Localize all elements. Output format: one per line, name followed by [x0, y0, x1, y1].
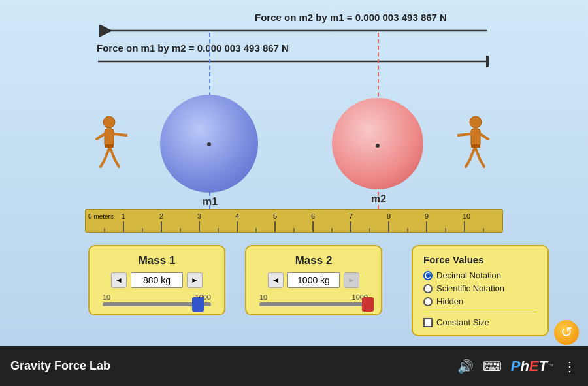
svg-line-18 — [470, 147, 475, 160]
radio-hidden-indicator — [423, 297, 433, 306]
ball-m2-center — [376, 144, 380, 148]
force-m2-label: Force on m2 by m1 = 0.000 003 493 867 N — [255, 12, 447, 23]
force-m1-label: Force on m1 by m2 = 0.000 003 493 867 N — [97, 42, 289, 54]
figure-left — [91, 114, 127, 173]
svg-rect-13 — [471, 129, 480, 147]
svg-line-4 — [114, 134, 127, 135]
ball-m1-center — [207, 142, 211, 146]
svg-text:3: 3 — [197, 212, 201, 220]
ball-m1-label: m1 — [203, 196, 218, 208]
svg-text:1: 1 — [122, 212, 125, 220]
svg-line-17 — [480, 160, 484, 167]
mass1-value-input[interactable] — [131, 272, 183, 288]
mass1-title: Mass 1 — [100, 254, 214, 267]
svg-line-15 — [480, 134, 488, 139]
radio-decimal[interactable]: Decimal Notation — [423, 270, 537, 280]
mass2-slider-thumb[interactable] — [362, 297, 374, 312]
svg-text:7: 7 — [349, 212, 353, 220]
force-m1-arrow — [97, 56, 489, 67]
svg-text:6: 6 — [311, 212, 315, 220]
radio-decimal-label: Decimal Notation — [436, 270, 501, 280]
force-m2-arrow — [97, 25, 489, 37]
svg-text:0 meters: 0 meters — [88, 213, 114, 220]
keyboard-icon[interactable]: ⌨ — [483, 359, 502, 374]
svg-line-8 — [110, 147, 115, 160]
svg-line-5 — [97, 134, 105, 139]
svg-rect-20 — [471, 144, 480, 148]
mass1-increase-btn[interactable]: ► — [187, 272, 203, 288]
bottom-bar: Gravity Force Lab 🔊 ⌨ P h E T ™ ⋮ — [0, 346, 588, 386]
mass1-panel: Mass 1 ◄ ► 10 1000 — [88, 245, 225, 315]
mass2-slider-container: 10 1000 — [257, 293, 370, 306]
svg-text:8: 8 — [387, 212, 391, 220]
figure-right — [457, 114, 493, 173]
radio-scientific-indicator — [423, 284, 433, 293]
radio-hidden[interactable]: Hidden — [423, 297, 537, 306]
svg-line-16 — [475, 147, 480, 160]
mass1-slider-container: 10 1000 — [100, 293, 214, 306]
app-title: Gravity Force Lab — [10, 359, 110, 373]
reset-button[interactable]: ↺ — [554, 320, 579, 345]
mass2-slider-min: 10 — [259, 293, 267, 301]
mass2-increase-btn[interactable]: ► — [344, 272, 359, 288]
radio-scientific-label: Scientific Notation — [436, 283, 504, 293]
mass1-slider-min: 10 — [103, 293, 110, 301]
phet-logo[interactable]: P h E T ™ — [511, 358, 554, 375]
svg-rect-10 — [105, 144, 114, 148]
radio-scientific[interactable]: Scientific Notation — [423, 283, 537, 293]
divider — [423, 312, 537, 312]
svg-text:2: 2 — [159, 212, 163, 220]
constant-size-label: Constant Size — [436, 317, 489, 327]
radio-decimal-indicator — [423, 271, 433, 280]
constant-size-option[interactable]: Constant Size — [423, 317, 537, 327]
svg-line-6 — [105, 147, 110, 160]
mass2-decrease-btn[interactable]: ◄ — [268, 272, 284, 288]
mass2-title: Mass 2 — [257, 254, 370, 267]
svg-text:9: 9 — [425, 212, 429, 220]
ruler: 0 meters 1 2 3 4 5 6 7 8 9 — [85, 209, 503, 233]
svg-line-7 — [101, 160, 105, 167]
more-options-icon[interactable]: ⋮ — [563, 359, 578, 374]
sound-icon[interactable]: 🔊 — [457, 359, 474, 374]
svg-point-2 — [103, 116, 115, 128]
reset-icon: ↺ — [561, 324, 572, 341]
mass2-value-input[interactable] — [287, 272, 340, 288]
mass1-slider-thumb[interactable] — [192, 297, 204, 312]
radio-hidden-label: Hidden — [436, 297, 463, 306]
svg-point-12 — [470, 116, 482, 128]
svg-text:5: 5 — [273, 212, 277, 220]
constant-size-checkbox[interactable] — [423, 318, 433, 327]
force-values-title: Force Values — [423, 254, 537, 265]
mass2-panel: Mass 2 ◄ ► 10 1000 — [245, 245, 382, 315]
svg-text:10: 10 — [463, 212, 470, 220]
bottom-icons: 🔊 ⌨ P h E T ™ ⋮ — [457, 358, 578, 375]
svg-line-19 — [466, 160, 470, 167]
ball-m2-label: m2 — [371, 193, 386, 205]
force-values-panel: Force Values Decimal Notation Scientific… — [412, 245, 549, 336]
svg-rect-3 — [105, 129, 114, 147]
mass2-slider-track[interactable] — [259, 302, 368, 306]
mass1-slider-track[interactable] — [103, 302, 211, 306]
simulation-area: Force on m2 by m1 = 0.000 003 493 867 N … — [0, 0, 588, 346]
mass1-decrease-btn[interactable]: ◄ — [111, 272, 127, 288]
svg-line-9 — [115, 160, 119, 167]
svg-line-14 — [458, 134, 471, 135]
svg-text:4: 4 — [235, 212, 239, 220]
